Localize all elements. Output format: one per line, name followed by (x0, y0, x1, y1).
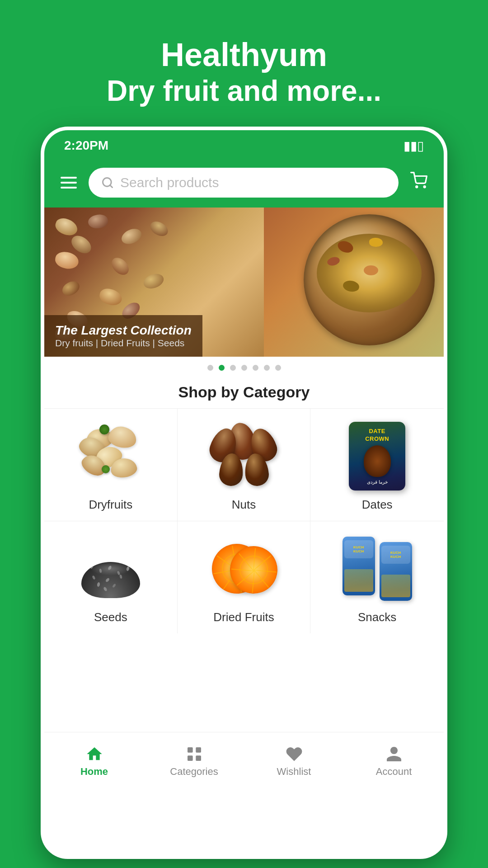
category-nuts[interactable]: Nuts (178, 409, 311, 521)
dryfruits-label: Dryfruits (89, 498, 132, 512)
nav-wishlist-label: Wishlist (277, 766, 311, 778)
shop-section: Shop by Category (44, 375, 444, 633)
dot-3[interactable] (230, 365, 236, 371)
status-time: 2:20PM (64, 138, 108, 153)
svg-rect-6 (188, 755, 193, 761)
dried-fruits-label: Dried Fruits (213, 610, 274, 624)
phone-frame: 2:20PM ▮▮▯ Search products (41, 127, 447, 859)
nuts-image (207, 421, 280, 491)
nav-item-account[interactable]: Account (344, 732, 444, 791)
snacks-label: Snacks (358, 610, 396, 624)
banner-bowl (304, 214, 435, 345)
category-dried-fruits[interactable]: Dried Fruits (178, 521, 311, 633)
hero-subtitle: Dry fruit and more... (107, 74, 381, 108)
svg-line-1 (110, 185, 112, 187)
svg-point-3 (424, 186, 425, 188)
shop-section-title: Shop by Category (44, 375, 444, 408)
dot-2[interactable] (219, 365, 225, 371)
app-header: Search products (44, 161, 444, 208)
dot-5[interactable] (253, 365, 258, 371)
category-dryfruits[interactable]: Dryfruits (44, 409, 178, 521)
nav-item-categories[interactable]: Categories (144, 732, 244, 791)
svg-point-2 (416, 186, 418, 188)
category-snacks[interactable]: KUCHKUCH KUCHKUCH (310, 521, 444, 633)
svg-rect-7 (196, 755, 201, 761)
cart-icon (410, 172, 427, 189)
hero-title: Healthyum (107, 36, 381, 74)
menu-line-1 (61, 177, 77, 179)
scrollable-content[interactable]: The Largest Collection Dry fruits | Drie… (44, 208, 444, 732)
banner-dots (44, 357, 444, 375)
bottom-nav: Home Categories Wishlist (44, 732, 444, 791)
hero-section: Healthyum Dry fruit and more... (89, 0, 399, 127)
banner-title: The Largest Collection (55, 323, 192, 338)
dot-1[interactable] (207, 365, 213, 371)
menu-line-2 (61, 182, 77, 184)
dot-7[interactable] (275, 365, 281, 371)
nav-item-wishlist[interactable]: Wishlist (244, 732, 344, 791)
categories-icon (185, 745, 203, 763)
dot-6[interactable] (264, 365, 270, 371)
menu-line-3 (61, 187, 77, 189)
cart-button[interactable] (407, 168, 431, 197)
wishlist-icon (285, 745, 303, 763)
battery-icon: ▮▮▯ (404, 138, 424, 153)
dates-label: Dates (362, 498, 393, 512)
home-icon (85, 745, 103, 763)
dates-image: DATECROWN خرما فردی (341, 421, 413, 491)
status-bar: 2:20PM ▮▮▯ (44, 130, 444, 161)
nav-categories-label: Categories (170, 766, 218, 778)
search-bar[interactable]: Search products (89, 168, 399, 198)
nav-item-home[interactable]: Home (44, 732, 144, 791)
seeds-image (75, 534, 147, 604)
snacks-image: KUCHKUCH KUCHKUCH (341, 534, 413, 604)
dot-4[interactable] (241, 365, 247, 371)
search-icon (101, 176, 114, 189)
category-dates[interactable]: DATECROWN خرما فردی Dates (310, 409, 444, 521)
nav-account-label: Account (376, 766, 412, 778)
dried-fruits-image (207, 534, 280, 604)
search-placeholder: Search products (120, 175, 219, 190)
banner-section: The Largest Collection Dry fruits | Drie… (44, 208, 444, 357)
categories-grid: Dryfruits Nut (44, 408, 444, 633)
category-seeds[interactable]: Seeds (44, 521, 178, 633)
phone-body: The Largest Collection Dry fruits | Drie… (44, 208, 444, 791)
banner-overlay: The Largest Collection Dry fruits | Drie… (44, 315, 202, 357)
dryfruits-image (75, 421, 147, 491)
menu-button[interactable] (57, 173, 80, 192)
svg-rect-4 (188, 747, 193, 753)
banner-subtitle: Dry fruits | Dried Fruits | Seeds (55, 338, 192, 349)
svg-rect-5 (196, 747, 201, 753)
account-icon (385, 745, 403, 763)
nuts-label: Nuts (232, 498, 256, 512)
nav-home-label: Home (80, 766, 108, 778)
seeds-label: Seeds (94, 610, 127, 624)
